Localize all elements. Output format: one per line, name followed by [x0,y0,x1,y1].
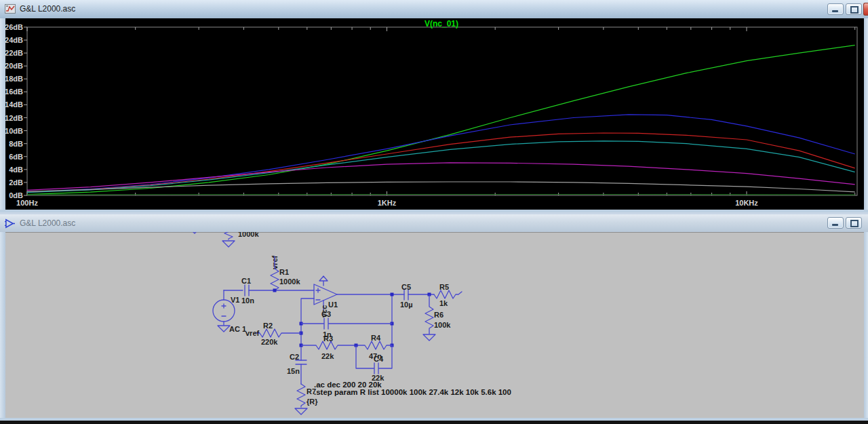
minimize-button[interactable] [827,3,844,15]
R6-value: 100k [434,321,451,329]
minimize-button[interactable] [827,217,844,229]
spice-directive-step[interactable]: .step param R list 10000k 100k 27.4k 12k… [314,388,511,396]
y-tick-label: 16dB [5,88,23,96]
close-button[interactable] [863,3,868,16]
y-tick-label: 18dB [5,75,23,83]
R2-net: vref [245,329,260,337]
waveform-window: G&L L2000.asc 26dB24dB22dB20dB18dB16dB14… [0,0,868,212]
y-tick-label: 26dB [5,23,23,31]
waveform-titlebar[interactable]: G&L L2000.asc [0,0,868,19]
waveform-window-title: G&L L2000.asc [20,4,75,14]
trace-step-7[interactable] [27,195,855,195]
y-tick-label: 6dB [9,153,23,161]
schematic-window: G&L L2000.asc 1000k vref R1 1000k [0,212,868,421]
C1-name: C1 [241,277,251,285]
R5-name: R5 [439,283,449,291]
circuit-schematic[interactable]: 1000k vref R1 1000k C1 10n V1 AC 1 [0,232,868,418]
resistor-R2[interactable]: vref R2 220k [245,322,301,346]
R1-value: 1000k [279,277,300,286]
capacitor-C5[interactable]: C5 10µ [400,283,413,309]
R7-value: {R} [307,398,318,406]
R2-name: R2 [263,322,273,330]
C2-value: 15n [287,367,300,375]
resistor-R3[interactable]: R3 22k [301,334,356,360]
V1-value: AC 1 [229,325,246,333]
y-tick-label: 10dB [5,127,23,135]
wire[interactable] [337,293,434,347]
trace-step-6[interactable] [27,182,855,192]
R6-name: R6 [434,311,443,319]
V1-name: V1 [231,296,239,304]
y-tick-label: 14dB [5,100,23,109]
window-frame [0,418,868,421]
R5-value: 1k [439,299,448,307]
C5-name: C5 [401,283,411,291]
plot-frame [27,27,857,195]
R1-name: R1 [279,268,289,276]
y-tick-label: 4dB [9,166,23,174]
y-tick-label: 24dB [5,36,23,44]
R2-value: 220k [261,338,278,346]
capacitor-C2[interactable]: C2 15n [287,353,307,375]
y-tick-label: 22dB [5,49,23,57]
R3-value: 22k [321,352,334,360]
y-tick-label: 2dB [9,178,23,187]
x-tick-label: 1KHz [378,199,397,207]
resistor-R5[interactable]: R5 1k [434,283,462,307]
capacitor-C4[interactable]: C4 22k [356,345,392,382]
maximize-button[interactable] [846,217,862,229]
C2-name: C2 [290,353,299,361]
C1-value: 10n [241,296,254,305]
wire[interactable] [300,298,315,384]
waveform-app-icon [5,3,16,14]
U1-name: U1 [328,301,338,309]
y-tick-label: 12dB [5,114,23,122]
C5-value: 10µ [400,301,413,309]
x-tick-label: 10KHz [735,199,758,207]
schematic-titlebar[interactable]: G&L L2000.asc [0,214,868,233]
resistor-partial[interactable]: 1000k [222,232,259,247]
resistor-partial-value: 1000k [238,232,259,238]
trace-label[interactable]: V(nc_01) [391,19,492,28]
schematic-window-title: G&L L2000.asc [20,218,75,228]
cutoff-symbol [190,232,207,233]
R3-name: R3 [323,334,333,343]
y-tick-label: 20dB [5,62,23,70]
C4-name: C4 [374,355,384,363]
trace-step-2[interactable] [27,115,855,192]
frequency-response-plot[interactable]: 26dB24dB22dB20dB18dB16dB14dB12dB10dB8dB6… [0,18,868,210]
schematic-app-icon [5,218,15,229]
R4-name: R4 [371,334,381,342]
C3-name: C3 [321,310,331,318]
wire[interactable] [224,289,314,292]
x-tick-label: 100Hz [16,199,38,207]
maximize-button[interactable] [846,3,862,15]
y-tick-label: 8dB [9,140,23,148]
